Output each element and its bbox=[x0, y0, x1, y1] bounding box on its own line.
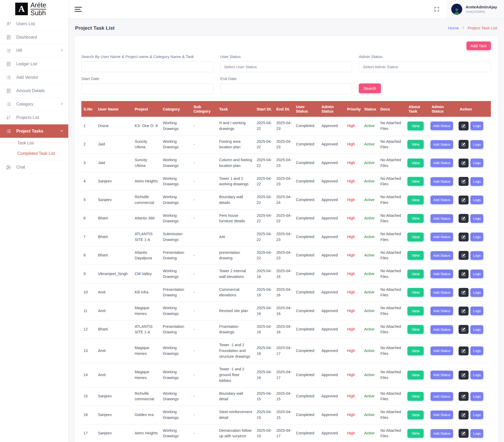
logs-button[interactable]: Logs bbox=[470, 411, 483, 419]
add-task-button[interactable]: Add Task bbox=[466, 41, 491, 50]
sidebar-item-dashboard[interactable]: Dashboard bbox=[0, 31, 68, 44]
breadcrumb: Home Project Task List bbox=[448, 26, 497, 30]
view-button[interactable]: View bbox=[407, 122, 424, 130]
sidebar-item-projects-list[interactable]: Projects List bbox=[0, 111, 68, 124]
logs-button[interactable]: Logs bbox=[470, 159, 483, 167]
add-status-button[interactable]: Add Status bbox=[430, 159, 453, 167]
logs-button[interactable]: Logs bbox=[470, 392, 483, 401]
search-button[interactable]: Search bbox=[359, 83, 381, 93]
cell-category: Presentation Drawing bbox=[161, 283, 191, 302]
sidebar-subitem-task-list[interactable]: Task List bbox=[0, 138, 68, 148]
view-button[interactable]: View bbox=[407, 214, 424, 223]
start-date-input[interactable] bbox=[81, 83, 213, 94]
edit-button[interactable] bbox=[459, 233, 469, 241]
fullscreen-icon[interactable] bbox=[434, 6, 440, 12]
edit-button[interactable] bbox=[459, 288, 469, 297]
add-status-button[interactable]: Add Status bbox=[430, 140, 453, 149]
view-button[interactable]: View bbox=[407, 307, 424, 315]
view-button[interactable]: View bbox=[407, 346, 424, 355]
logs-button[interactable]: Logs bbox=[470, 214, 483, 223]
edit-button[interactable] bbox=[459, 270, 469, 278]
edit-button[interactable] bbox=[459, 196, 469, 204]
view-button[interactable]: View bbox=[407, 140, 424, 149]
add-status-button[interactable]: Add Status bbox=[430, 371, 453, 379]
edit-button[interactable] bbox=[459, 177, 469, 186]
view-button[interactable]: View bbox=[407, 371, 424, 380]
edit-button[interactable] bbox=[459, 371, 469, 380]
user-menu[interactable]: AreteAdminAjay Aret(ADMIN) bbox=[447, 0, 504, 18]
logs-button[interactable]: Logs bbox=[470, 429, 483, 438]
sidebar-item-hr[interactable]: HR bbox=[0, 44, 68, 57]
view-button[interactable]: View bbox=[407, 177, 424, 186]
logs-button[interactable]: Logs bbox=[470, 325, 483, 334]
view-button[interactable]: View bbox=[407, 325, 424, 334]
add-status-button[interactable]: Add Status bbox=[430, 429, 453, 438]
admin-status-select[interactable]: Select Admin Status bbox=[359, 61, 491, 72]
view-button[interactable]: View bbox=[407, 392, 424, 401]
edit-button[interactable] bbox=[459, 122, 469, 130]
logs-button[interactable]: Logs bbox=[470, 251, 483, 260]
logs-button[interactable]: Logs bbox=[470, 122, 483, 130]
cell-docs: No Attached Files bbox=[378, 172, 406, 191]
logs-button[interactable]: Logs bbox=[470, 270, 483, 278]
logs-button[interactable]: Logs bbox=[470, 307, 483, 315]
edit-button[interactable] bbox=[459, 307, 469, 315]
user-status-select[interactable]: Select User Status bbox=[220, 61, 352, 72]
cell-category: Working Drawings bbox=[161, 135, 191, 154]
sidebar-item-category[interactable]: Category bbox=[0, 98, 68, 111]
view-button[interactable]: View bbox=[407, 270, 424, 278]
edit-button[interactable] bbox=[459, 159, 469, 167]
logs-button[interactable]: Logs bbox=[470, 140, 483, 149]
cell-start-date: 2025-04-15 bbox=[255, 406, 274, 424]
sidebar-item-project-tasks[interactable]: Project Tasks bbox=[0, 124, 68, 138]
cell-user-name: Amit bbox=[96, 302, 133, 320]
logs-button[interactable]: Logs bbox=[470, 233, 483, 241]
add-status-button[interactable]: Add Status bbox=[430, 288, 453, 297]
add-status-button[interactable]: Add Status bbox=[430, 214, 453, 223]
add-status-button[interactable]: Add Status bbox=[430, 270, 453, 278]
view-button[interactable]: View bbox=[407, 288, 424, 297]
cell-task: Boundary wall detail bbox=[217, 387, 255, 406]
add-status-button[interactable]: Add Status bbox=[430, 177, 453, 186]
logs-button[interactable]: Logs bbox=[470, 288, 483, 297]
view-button[interactable]: View bbox=[407, 411, 424, 419]
add-status-button[interactable]: Add Status bbox=[430, 122, 453, 130]
add-status-button[interactable]: Add Status bbox=[430, 411, 453, 419]
hamburger-menu-icon[interactable] bbox=[75, 7, 82, 12]
breadcrumb-home-link[interactable]: Home bbox=[448, 26, 459, 30]
sidebar-subitem-completed-task-list[interactable]: Completed Task List bbox=[0, 148, 68, 159]
sidebar-item-ledger-list[interactable]: Ledger List bbox=[0, 57, 68, 71]
edit-button[interactable] bbox=[459, 392, 469, 401]
sidebar-item-amount-details[interactable]: Amount Details bbox=[0, 84, 68, 98]
add-status-button[interactable]: Add Status bbox=[430, 307, 453, 315]
logs-button[interactable]: Logs bbox=[470, 177, 483, 186]
view-button[interactable]: View bbox=[407, 233, 424, 241]
add-status-button[interactable]: Add Status bbox=[430, 392, 453, 401]
edit-button[interactable] bbox=[459, 346, 469, 355]
add-status-button[interactable]: Add Status bbox=[430, 251, 453, 260]
sidebar-item-chat[interactable]: Chat bbox=[0, 161, 68, 174]
edit-button[interactable] bbox=[459, 251, 469, 260]
add-status-button[interactable]: Add Status bbox=[430, 346, 453, 355]
edit-button[interactable] bbox=[459, 140, 469, 149]
logs-button[interactable]: Logs bbox=[470, 346, 483, 355]
edit-button[interactable] bbox=[459, 214, 469, 223]
edit-button[interactable] bbox=[459, 429, 469, 438]
edit-button[interactable] bbox=[459, 325, 469, 334]
user-name: AreteAdminAjay bbox=[465, 4, 497, 9]
logs-button[interactable]: Logs bbox=[470, 371, 483, 379]
search-input[interactable] bbox=[81, 61, 213, 72]
view-button[interactable]: View bbox=[407, 429, 424, 438]
add-status-button[interactable]: Add Status bbox=[430, 233, 453, 241]
sidebar-item-users-list[interactable]: Users List bbox=[0, 17, 68, 31]
add-status-button[interactable]: Add Status bbox=[430, 325, 453, 334]
cell-user-name: Sanjeev bbox=[96, 424, 133, 442]
view-button[interactable]: View bbox=[407, 159, 424, 167]
sidebar-item-add-vendor[interactable]: Add Vendor bbox=[0, 71, 68, 84]
add-status-button[interactable]: Add Status bbox=[430, 196, 453, 204]
logs-button[interactable]: Logs bbox=[470, 196, 483, 204]
edit-button[interactable] bbox=[459, 411, 469, 419]
end-date-input[interactable] bbox=[220, 83, 352, 94]
view-button[interactable]: View bbox=[407, 196, 424, 204]
view-button[interactable]: View bbox=[407, 251, 424, 260]
